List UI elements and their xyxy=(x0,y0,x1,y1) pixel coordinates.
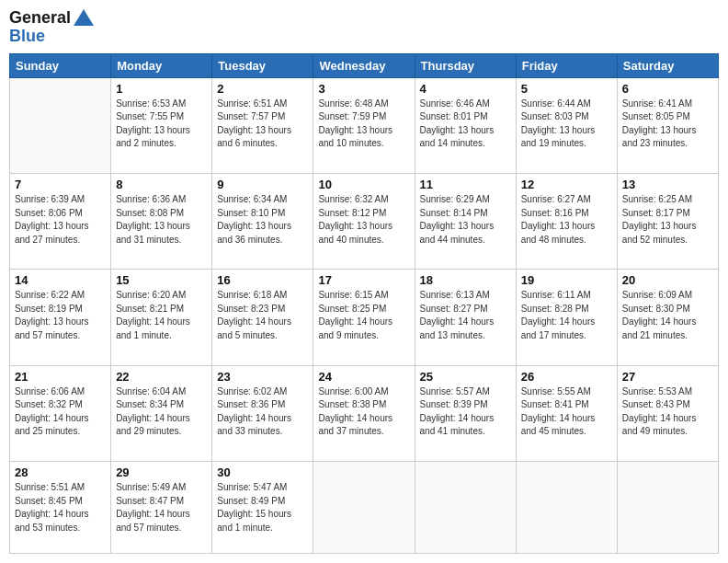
day-number: 15 xyxy=(116,273,207,287)
day-info: Sunrise: 6:04 AM Sunset: 8:34 PM Dayligh… xyxy=(116,385,207,439)
calendar-header-row: SundayMondayTuesdayWednesdayThursdayFrid… xyxy=(10,53,719,77)
logo-text-blue: Blue xyxy=(9,28,94,46)
day-number: 18 xyxy=(420,273,511,287)
calendar-cell: 9Sunrise: 6:34 AM Sunset: 8:10 PM Daylig… xyxy=(212,174,313,270)
day-info: Sunrise: 6:41 AM Sunset: 8:05 PM Dayligh… xyxy=(622,98,713,151)
calendar-week-row: 1Sunrise: 6:53 AM Sunset: 7:55 PM Daylig… xyxy=(10,77,719,173)
day-number: 19 xyxy=(521,273,612,287)
calendar-week-row: 14Sunrise: 6:22 AM Sunset: 8:19 PM Dayli… xyxy=(10,270,719,365)
calendar-week-row: 21Sunrise: 6:06 AM Sunset: 8:32 PM Dayli… xyxy=(10,365,719,461)
day-info: Sunrise: 6:25 AM Sunset: 8:17 PM Dayligh… xyxy=(622,193,713,247)
day-info: Sunrise: 6:53 AM Sunset: 7:55 PM Dayligh… xyxy=(116,98,207,151)
calendar-cell: 3Sunrise: 6:48 AM Sunset: 7:59 PM Daylig… xyxy=(313,77,415,173)
calendar-cell: 27Sunrise: 5:53 AM Sunset: 8:43 PM Dayli… xyxy=(617,365,718,461)
calendar-cell: 12Sunrise: 6:27 AM Sunset: 8:16 PM Dayli… xyxy=(516,174,617,270)
day-info: Sunrise: 6:51 AM Sunset: 7:57 PM Dayligh… xyxy=(217,98,308,151)
calendar-header-monday: Monday xyxy=(111,53,212,77)
calendar-cell: 22Sunrise: 6:04 AM Sunset: 8:34 PM Dayli… xyxy=(111,365,212,461)
day-info: Sunrise: 6:32 AM Sunset: 8:12 PM Dayligh… xyxy=(318,193,409,247)
day-info: Sunrise: 6:18 AM Sunset: 8:23 PM Dayligh… xyxy=(217,289,308,342)
day-number: 10 xyxy=(318,178,409,191)
logo: General Blue xyxy=(9,9,94,46)
calendar-cell: 17Sunrise: 6:15 AM Sunset: 8:25 PM Dayli… xyxy=(313,270,415,365)
day-info: Sunrise: 6:44 AM Sunset: 8:03 PM Dayligh… xyxy=(521,98,612,151)
day-number: 21 xyxy=(15,370,106,384)
calendar-cell: 26Sunrise: 5:55 AM Sunset: 8:41 PM Dayli… xyxy=(516,365,617,461)
day-number: 6 xyxy=(622,82,713,96)
day-number: 12 xyxy=(521,178,612,191)
day-number: 1 xyxy=(116,82,207,96)
day-info: Sunrise: 6:15 AM Sunset: 8:25 PM Dayligh… xyxy=(318,289,409,342)
day-number: 5 xyxy=(521,82,612,96)
calendar-cell: 24Sunrise: 6:00 AM Sunset: 8:38 PM Dayli… xyxy=(313,365,415,461)
day-number: 8 xyxy=(116,178,207,191)
day-number: 23 xyxy=(217,370,308,384)
calendar-cell: 14Sunrise: 6:22 AM Sunset: 8:19 PM Dayli… xyxy=(10,270,111,365)
svg-marker-0 xyxy=(74,9,94,26)
day-info: Sunrise: 6:06 AM Sunset: 8:32 PM Dayligh… xyxy=(15,385,106,439)
calendar-cell: 7Sunrise: 6:39 AM Sunset: 8:06 PM Daylig… xyxy=(10,174,111,270)
day-info: Sunrise: 5:49 AM Sunset: 8:47 PM Dayligh… xyxy=(116,481,207,534)
logo-icon xyxy=(74,9,94,26)
calendar-cell: 28Sunrise: 5:51 AM Sunset: 8:45 PM Dayli… xyxy=(10,462,111,554)
calendar-header-thursday: Thursday xyxy=(415,53,516,77)
day-number: 17 xyxy=(318,273,409,287)
day-number: 20 xyxy=(622,273,713,287)
day-info: Sunrise: 6:09 AM Sunset: 8:30 PM Dayligh… xyxy=(622,289,713,342)
day-info: Sunrise: 6:20 AM Sunset: 8:21 PM Dayligh… xyxy=(116,289,207,342)
calendar-cell: 16Sunrise: 6:18 AM Sunset: 8:23 PM Dayli… xyxy=(212,270,313,365)
day-info: Sunrise: 6:29 AM Sunset: 8:14 PM Dayligh… xyxy=(420,193,511,247)
calendar-cell: 29Sunrise: 5:49 AM Sunset: 8:47 PM Dayli… xyxy=(111,462,212,554)
day-number: 26 xyxy=(521,370,612,384)
day-number: 24 xyxy=(318,370,409,384)
day-info: Sunrise: 6:22 AM Sunset: 8:19 PM Dayligh… xyxy=(15,289,106,342)
calendar-cell xyxy=(516,462,617,554)
day-number: 28 xyxy=(15,465,106,479)
day-number: 2 xyxy=(217,82,308,96)
calendar-cell: 18Sunrise: 6:13 AM Sunset: 8:27 PM Dayli… xyxy=(415,270,516,365)
day-info: Sunrise: 6:11 AM Sunset: 8:28 PM Dayligh… xyxy=(521,289,612,342)
day-info: Sunrise: 6:48 AM Sunset: 7:59 PM Dayligh… xyxy=(318,98,409,151)
day-number: 27 xyxy=(622,370,713,384)
day-number: 7 xyxy=(15,178,106,191)
calendar-cell: 30Sunrise: 5:47 AM Sunset: 8:49 PM Dayli… xyxy=(212,462,313,554)
calendar-cell xyxy=(313,462,415,554)
day-number: 3 xyxy=(318,82,409,96)
day-number: 22 xyxy=(116,370,207,384)
day-number: 4 xyxy=(420,82,511,96)
day-number: 11 xyxy=(420,178,511,191)
day-info: Sunrise: 5:55 AM Sunset: 8:41 PM Dayligh… xyxy=(521,385,612,439)
calendar-cell: 20Sunrise: 6:09 AM Sunset: 8:30 PM Dayli… xyxy=(617,270,718,365)
calendar-cell xyxy=(415,462,516,554)
day-info: Sunrise: 6:46 AM Sunset: 8:01 PM Dayligh… xyxy=(420,98,511,151)
day-info: Sunrise: 5:53 AM Sunset: 8:43 PM Dayligh… xyxy=(622,385,713,439)
day-info: Sunrise: 6:02 AM Sunset: 8:36 PM Dayligh… xyxy=(217,385,308,439)
calendar-cell: 6Sunrise: 6:41 AM Sunset: 8:05 PM Daylig… xyxy=(617,77,718,173)
day-number: 9 xyxy=(217,178,308,191)
calendar-table: SundayMondayTuesdayWednesdayThursdayFrid… xyxy=(9,53,719,554)
calendar-header-friday: Friday xyxy=(516,53,617,77)
day-info: Sunrise: 6:27 AM Sunset: 8:16 PM Dayligh… xyxy=(521,193,612,247)
calendar-cell: 19Sunrise: 6:11 AM Sunset: 8:28 PM Dayli… xyxy=(516,270,617,365)
day-number: 13 xyxy=(622,178,713,191)
calendar-cell: 15Sunrise: 6:20 AM Sunset: 8:21 PM Dayli… xyxy=(111,270,212,365)
page: General Blue SundayMondayTuesdayWednesda… xyxy=(0,0,728,563)
calendar-cell xyxy=(10,77,111,173)
day-info: Sunrise: 6:39 AM Sunset: 8:06 PM Dayligh… xyxy=(15,193,106,247)
calendar-cell: 13Sunrise: 6:25 AM Sunset: 8:17 PM Dayli… xyxy=(617,174,718,270)
calendar-cell: 4Sunrise: 6:46 AM Sunset: 8:01 PM Daylig… xyxy=(415,77,516,173)
header: General Blue xyxy=(9,9,719,46)
day-info: Sunrise: 5:47 AM Sunset: 8:49 PM Dayligh… xyxy=(217,481,308,534)
day-number: 25 xyxy=(420,370,511,384)
calendar-cell: 21Sunrise: 6:06 AM Sunset: 8:32 PM Dayli… xyxy=(10,365,111,461)
day-number: 29 xyxy=(116,465,207,479)
day-info: Sunrise: 6:36 AM Sunset: 8:08 PM Dayligh… xyxy=(116,193,207,247)
day-info: Sunrise: 5:51 AM Sunset: 8:45 PM Dayligh… xyxy=(15,481,106,534)
day-number: 14 xyxy=(15,273,106,287)
calendar-cell: 10Sunrise: 6:32 AM Sunset: 8:12 PM Dayli… xyxy=(313,174,415,270)
day-info: Sunrise: 5:57 AM Sunset: 8:39 PM Dayligh… xyxy=(420,385,511,439)
day-info: Sunrise: 6:34 AM Sunset: 8:10 PM Dayligh… xyxy=(217,193,308,247)
calendar-cell: 8Sunrise: 6:36 AM Sunset: 8:08 PM Daylig… xyxy=(111,174,212,270)
calendar-cell: 2Sunrise: 6:51 AM Sunset: 7:57 PM Daylig… xyxy=(212,77,313,173)
calendar-week-row: 7Sunrise: 6:39 AM Sunset: 8:06 PM Daylig… xyxy=(10,174,719,270)
